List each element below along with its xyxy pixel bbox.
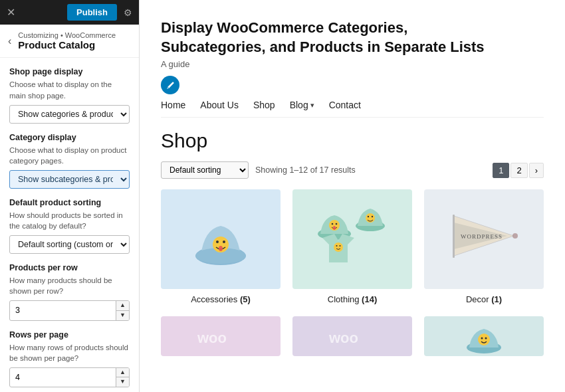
showing-text: Showing 1–12 of 17 results	[255, 165, 486, 175]
svg-point-26	[478, 334, 490, 345]
product-img-woo2: woo	[292, 316, 412, 356]
shop-display-desc: Choose what to display on the main shop …	[9, 79, 130, 100]
nav-home[interactable]: Home	[161, 100, 185, 110]
product-label-clothing: Clothing (14)	[328, 294, 377, 304]
svg-text:woo: woo	[197, 330, 227, 346]
site-title-area: Display WooCommerce Categories, Subcateg…	[161, 19, 544, 69]
right-panel: Display WooCommerce Categories, Subcateg…	[140, 0, 565, 392]
product-img-decor: WORDPRESS	[424, 189, 544, 289]
products-per-row-stepper: ▲ ▼	[116, 301, 129, 320]
products-per-row-label: Products per row	[9, 263, 130, 272]
svg-point-15	[334, 243, 343, 252]
product-grid-row2: woo woo	[161, 316, 544, 356]
gear-button[interactable]: ⚙	[124, 7, 132, 18]
publish-button[interactable]: Publish	[67, 4, 117, 21]
panel-content: Shop page display Choose what to display…	[0, 58, 139, 392]
products-per-row-input[interactable]: 3	[10, 302, 116, 318]
svg-point-9	[336, 223, 338, 225]
woo2-illustration: woo	[326, 323, 379, 349]
preview-content: Display WooCommerce Categories, Subcateg…	[140, 0, 565, 369]
product-grid: Accessories (5)	[161, 189, 544, 304]
products-per-row-input-wrap: 3 ▲ ▼	[9, 300, 130, 320]
breadcrumb-area: ‹ Customizing • WooCommerce Product Cata…	[0, 25, 139, 58]
shop-display-select[interactable]: Show categories & products Show categori…	[9, 105, 130, 124]
edit-icon-button[interactable]	[161, 76, 179, 94]
decor-illustration: WORDPRESS	[444, 203, 524, 276]
products-per-row-down[interactable]: ▼	[116, 311, 129, 320]
svg-point-28	[485, 337, 487, 339]
default-sorting-label: Default product sorting	[9, 198, 130, 207]
rows-per-page-up[interactable]: ▲	[116, 368, 129, 378]
shop-area: Shop Default sorting Showing 1–12 of 17 …	[161, 130, 544, 356]
rows-per-page-input[interactable]: 4	[10, 369, 116, 385]
shop-controls: Default sorting Showing 1–12 of 17 resul…	[161, 161, 544, 179]
page-1-button[interactable]: 1	[493, 163, 509, 178]
accessories-illustration	[191, 206, 251, 272]
rows-per-page-field: Rows per page How many rows of products …	[9, 330, 130, 388]
product-img-accessories	[161, 189, 281, 289]
clothing-illustration	[309, 199, 396, 279]
default-sorting-select[interactable]: Default sorting (custom ordering + na Po…	[9, 235, 130, 254]
close-button[interactable]: ✕	[7, 7, 15, 18]
svg-rect-22	[453, 215, 455, 258]
breadcrumb-text: Customizing • WooCommerce Product Catalo…	[18, 31, 116, 50]
category-display-select[interactable]: Show subcategories & products Show subca…	[9, 170, 130, 189]
product-label-decor: Decor (1)	[466, 294, 502, 304]
page-next-button[interactable]: ›	[529, 163, 544, 178]
rows-per-page-label: Rows per page	[9, 330, 130, 340]
svg-text:woo: woo	[328, 330, 358, 346]
product-label-accessories: Accessories (5)	[191, 294, 251, 304]
svg-point-27	[481, 337, 483, 339]
nav-about[interactable]: About Us	[200, 100, 239, 110]
products-per-row-up[interactable]: ▲	[116, 301, 129, 311]
products-per-row-desc: How many products should be shown per ro…	[9, 275, 130, 296]
rows-per-page-input-wrap: 4 ▲ ▼	[9, 367, 130, 387]
default-sorting-desc: How should products be sorted in the cat…	[9, 210, 130, 231]
svg-point-4	[223, 241, 225, 243]
default-sorting-field: Default product sorting How should produ…	[9, 198, 130, 254]
page-2-button[interactable]: 2	[510, 163, 527, 178]
breadcrumb-top: Customizing • WooCommerce	[18, 31, 116, 39]
woo1-illustration: woo	[194, 323, 247, 349]
product-card-woo1[interactable]: woo	[161, 316, 281, 356]
svg-point-17	[339, 245, 340, 246]
nav-contact[interactable]: Contact	[329, 100, 361, 110]
category-display-desc: Choose what to display on product catego…	[9, 145, 130, 166]
top-bar: ✕ Publish ⚙	[0, 0, 139, 25]
nav-shop[interactable]: Shop	[253, 100, 275, 110]
rows-per-page-desc: How many rows of products should be show…	[9, 342, 130, 363]
svg-point-21	[512, 233, 518, 239]
svg-point-10	[333, 226, 336, 230]
svg-point-14	[372, 216, 373, 217]
svg-point-3	[216, 241, 219, 243]
pagination: 1 2 ›	[493, 163, 544, 178]
rows-per-page-stepper: ▲ ▼	[116, 368, 129, 387]
product-card-accessories[interactable]: Accessories (5)	[161, 189, 281, 304]
svg-point-5	[219, 246, 223, 251]
svg-point-8	[332, 223, 334, 225]
pencil-icon	[166, 81, 175, 90]
product-card-teal[interactable]	[424, 316, 544, 356]
category-display-field: Category display Choose what to display …	[9, 133, 130, 189]
nav-blog[interactable]: Blog	[290, 100, 308, 110]
product-img-teal	[424, 316, 544, 356]
product-card-woo2[interactable]: woo	[292, 316, 412, 356]
shop-display-field: Shop page display Choose what to display…	[9, 67, 130, 123]
category-display-label: Category display	[9, 133, 130, 142]
product-img-woo1: woo	[161, 316, 281, 356]
site-subtitle: A guide	[161, 59, 544, 69]
product-card-clothing[interactable]: Clothing (14)	[292, 189, 412, 304]
products-per-row-field: Products per row How many products shoul…	[9, 263, 130, 321]
back-button[interactable]: ‹	[5, 35, 14, 47]
sorting-select[interactable]: Default sorting	[161, 161, 249, 179]
svg-text:WORDPRESS: WORDPRESS	[461, 233, 503, 240]
product-card-decor[interactable]: WORDPRESS Decor (1)	[424, 189, 544, 304]
svg-point-16	[336, 245, 337, 246]
rows-per-page-down[interactable]: ▼	[116, 377, 129, 387]
nav-blog-dropdown[interactable]: Blog ▾	[290, 100, 314, 110]
teal-hat-illustration	[464, 318, 504, 355]
breadcrumb-title: Product Catalog	[18, 39, 116, 50]
product-img-clothing	[292, 189, 412, 289]
site-title: Display WooCommerce Categories, Subcateg…	[161, 19, 513, 56]
svg-point-13	[368, 216, 369, 217]
